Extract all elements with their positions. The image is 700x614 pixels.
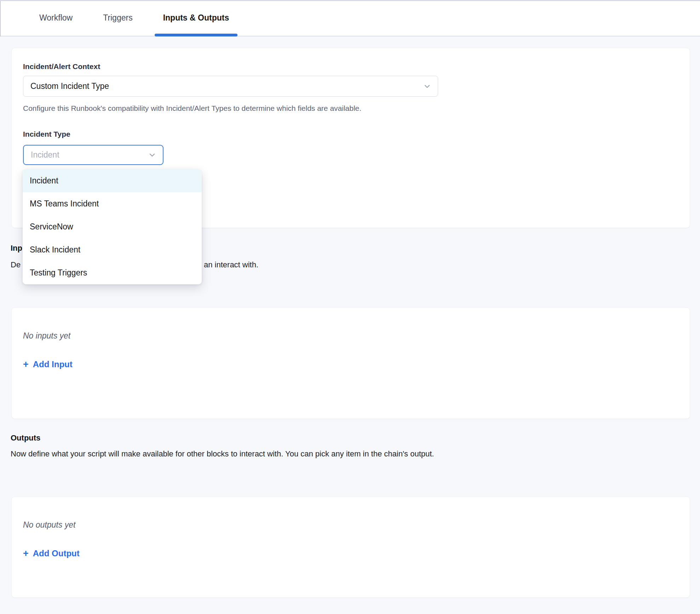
outputs-section-description: Now define what your script will make av… (11, 449, 434, 459)
incident-type-label: Incident Type (23, 129, 678, 139)
no-inputs-text: No inputs yet (23, 330, 678, 341)
context-select[interactable]: Custom Incident Type (23, 76, 438, 97)
dropdown-option-testing-triggers[interactable]: Testing Triggers (23, 261, 202, 284)
dropdown-option-slack-incident[interactable]: Slack Incident (23, 238, 202, 261)
incident-type-placeholder: Incident (31, 150, 59, 160)
inputs-section-description-right: an interact with. (204, 260, 258, 270)
add-output-button[interactable]: + Add Output (23, 548, 80, 558)
window-left-edge (0, 1, 1, 36)
plus-icon: + (23, 549, 29, 558)
context-help-text: Configure this Runbook's compatibility w… (23, 103, 678, 113)
tab-workflow[interactable]: Workflow (31, 0, 81, 36)
window-top-border (0, 0, 700, 1)
chevron-down-icon (148, 151, 156, 159)
outputs-section-heading: Outputs (11, 433, 40, 443)
inputs-section-heading: Inp (11, 243, 22, 254)
inputs-card: No inputs yet + Add Input (11, 307, 690, 419)
context-select-value: Custom Incident Type (30, 81, 109, 91)
dropdown-option-servicenow[interactable]: ServiceNow (23, 215, 202, 238)
plus-icon: + (23, 360, 29, 369)
dropdown-option-incident[interactable]: Incident (23, 169, 202, 192)
dropdown-option-ms-teams-incident[interactable]: MS Teams Incident (23, 192, 202, 215)
add-input-button[interactable]: + Add Input (23, 359, 73, 369)
tab-triggers[interactable]: Triggers (94, 0, 141, 36)
incident-type-dropdown-menu: Incident MS Teams Incident ServiceNow Sl… (23, 169, 202, 284)
incident-type-select[interactable]: Incident (23, 145, 163, 165)
inputs-section-description-left: De (11, 260, 21, 270)
tab-inputs-outputs[interactable]: Inputs & Outputs (155, 0, 238, 36)
context-label: Incident/Alert Context (23, 62, 678, 72)
add-input-label: Add Input (33, 359, 73, 369)
chevron-down-icon (423, 82, 431, 91)
add-output-label: Add Output (33, 548, 80, 558)
tab-bar: Workflow Triggers Inputs & Outputs (0, 0, 700, 36)
no-outputs-text: No outputs yet (23, 519, 678, 530)
outputs-card: No outputs yet + Add Output (11, 496, 690, 598)
